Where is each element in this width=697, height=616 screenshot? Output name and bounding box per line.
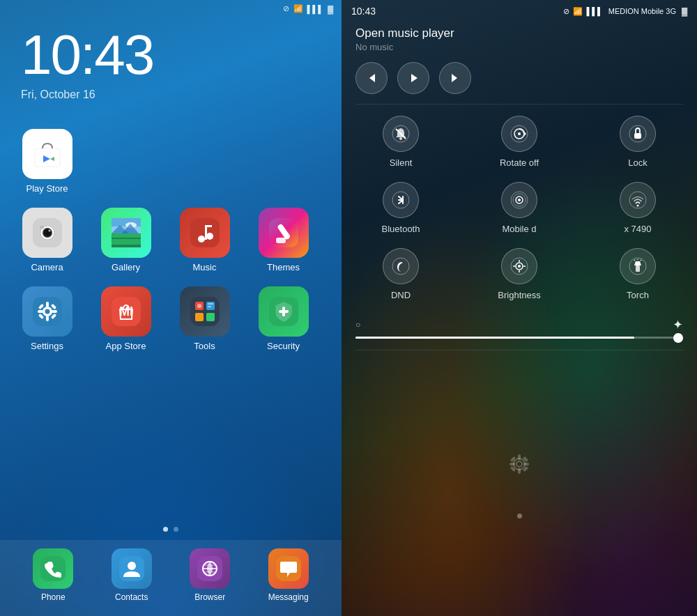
dock-phone[interactable]: Phone — [33, 548, 73, 602]
app-security[interactable]: Security — [250, 286, 316, 351]
status-time: 10:43 — [351, 6, 376, 17]
signal-status-icon: ▌▌▌ — [586, 7, 602, 15]
left-panel: ⊘ 📶 ▌▌▌ ▓ 10:43 Fri, October 16 — [0, 0, 342, 616]
svg-rect-8 — [40, 226, 44, 229]
toggle-row-2: Bluetooth Mobile d — [355, 182, 683, 234]
svg-point-78 — [637, 205, 639, 207]
svg-rect-95 — [518, 454, 521, 460]
app-music[interactable]: Music — [171, 208, 238, 272]
toggle-bluetooth[interactable]: Bluetooth — [355, 182, 446, 234]
svg-point-93 — [514, 459, 525, 470]
silent-label: Silent — [390, 157, 413, 168]
security-icon — [259, 286, 309, 337]
app-camera[interactable]: Camera — [14, 208, 80, 272]
bottom-dock: Phone Contacts — [0, 540, 342, 616]
toggle-brightness[interactable]: Brightness — [474, 248, 565, 300]
app-gallery[interactable]: Gallery — [93, 208, 159, 272]
camera-label: Camera — [31, 262, 63, 272]
battery-status-icon: ▓ — [682, 7, 687, 15]
battery-icon: ▓ — [328, 5, 333, 13]
gallery-icon — [101, 208, 151, 258]
status-bar-right: 10:43 ⊘ 📶 ▌▌▌ MEDION Mobile 3G ▓ — [342, 0, 697, 20]
toggle-row-3: DND Brightness — [355, 248, 683, 300]
signal-icon: ⊘ — [283, 4, 289, 13]
svg-rect-43 — [195, 313, 204, 321]
brightness-icons: ○ ✦ — [355, 317, 683, 332]
toggle-dnd[interactable]: DND — [355, 248, 446, 300]
dock-messaging[interactable]: Messaging — [268, 548, 309, 602]
page-dot-1[interactable] — [163, 527, 168, 532]
dock-contacts[interactable]: Contacts — [112, 548, 152, 602]
svg-rect-96 — [518, 468, 521, 474]
dock-browser[interactable]: Browser — [190, 548, 230, 602]
svg-marker-68 — [524, 132, 526, 136]
app-themes[interactable]: Themes — [250, 208, 316, 272]
svg-rect-71 — [634, 133, 641, 139]
svg-rect-97 — [510, 463, 515, 465]
svg-line-91 — [641, 260, 641, 261]
svg-rect-30 — [46, 302, 49, 307]
svg-rect-89 — [636, 265, 640, 272]
svg-text:MI: MI — [119, 305, 133, 318]
app-play-store[interactable]: Play Store — [14, 129, 80, 194]
brightness-min-icon: ○ — [355, 320, 360, 330]
toggle-silent[interactable]: Silent — [355, 116, 446, 168]
app-settings[interactable]: Settings — [14, 286, 80, 351]
silent-icon — [383, 116, 419, 152]
clock-area: 10:43 Fri, October 16 — [0, 13, 342, 108]
svg-rect-51 — [40, 556, 66, 581]
rotate-label: Rotate off — [500, 157, 539, 168]
prev-button[interactable] — [355, 62, 388, 94]
tools-icon — [180, 286, 230, 337]
torch-icon — [620, 248, 656, 284]
right-panel: 10:43 ⊘ 📶 ▌▌▌ MEDION Mobile 3G ▓ Open mu… — [342, 0, 697, 616]
appstore-icon: MI — [101, 286, 151, 337]
rotate-icon — [501, 116, 537, 152]
svg-point-65 — [399, 137, 402, 140]
svg-rect-18 — [112, 245, 141, 247]
svg-point-79 — [392, 258, 409, 275]
toggle-rotate[interactable]: Rotate off — [474, 116, 565, 168]
toggle-mobile-data[interactable]: Mobile d — [474, 182, 565, 234]
app-tools[interactable]: Tools — [171, 286, 238, 351]
status-icons-right: ⊘ 📶 ▌▌▌ MEDION Mobile 3G ▓ — [563, 7, 687, 16]
app-appstore[interactable]: MI App Store — [93, 286, 159, 351]
brightness-slider[interactable] — [355, 337, 683, 339]
svg-rect-22 — [205, 225, 207, 240]
music-player-subtitle: No music — [355, 42, 683, 52]
toggle-wifi[interactable]: x 7490 — [592, 182, 683, 234]
brightness-thumb[interactable] — [673, 333, 683, 343]
brightness-toggle-label: Brightness — [498, 290, 540, 300]
svg-point-82 — [518, 265, 521, 268]
wifi-network-label: x 7490 — [624, 224, 651, 234]
svg-rect-44 — [206, 313, 215, 321]
settings-gear-icon[interactable] — [504, 449, 535, 486]
themes-label: Themes — [267, 262, 300, 272]
settings-icon — [22, 286, 72, 337]
mobile-data-label: Mobile d — [502, 224, 536, 234]
page-dot-2[interactable] — [174, 527, 178, 532]
svg-rect-47 — [208, 306, 211, 307]
carrier-label: MEDION Mobile 3G — [608, 7, 676, 15]
play-button[interactable] — [397, 62, 429, 94]
bottom-right-section — [342, 351, 697, 616]
brightness-toggle-icon — [501, 248, 537, 284]
phone-label: Phone — [41, 592, 66, 602]
quick-toggles: Silent Rotate off — [342, 105, 697, 314]
dnd-label: DND — [391, 290, 411, 300]
mobile-data-icon — [501, 182, 537, 218]
lock-label: Lock — [628, 157, 647, 168]
dnd-icon — [383, 248, 419, 284]
svg-point-75 — [518, 199, 521, 201]
app-row-2: Settings MI App Store — [14, 286, 328, 351]
security-label: Security — [267, 341, 300, 351]
messaging-label: Messaging — [268, 592, 309, 602]
svg-line-92 — [634, 260, 635, 261]
toggle-row-1: Silent Rotate off — [355, 116, 683, 168]
next-button[interactable] — [439, 62, 471, 94]
toggle-torch[interactable]: Torch — [592, 248, 683, 300]
lock-icon — [620, 116, 656, 152]
toggle-lock[interactable]: Lock — [592, 116, 683, 168]
camera-icon — [22, 208, 72, 258]
page-dots — [0, 521, 342, 540]
